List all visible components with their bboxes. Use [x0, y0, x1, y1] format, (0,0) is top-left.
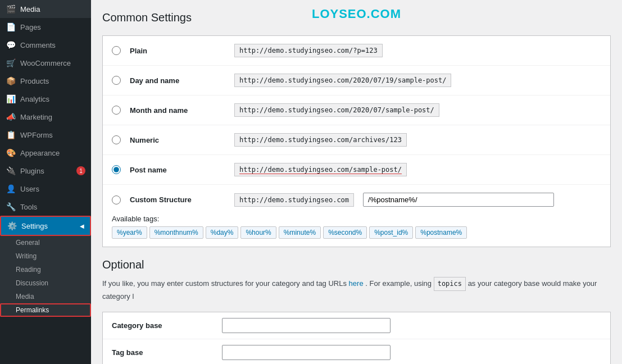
- sidebar-item-comments[interactable]: 💬 Comments: [0, 36, 91, 54]
- common-settings-title: Common Settings: [102, 11, 611, 24]
- tag-base-row: Tag base: [103, 339, 610, 364]
- submenu-permalinks[interactable]: Permalinks: [0, 303, 91, 317]
- tag-base-label: Tag base: [112, 348, 213, 357]
- content-area: LOYSEO.COM Common Settings Plain http://…: [91, 0, 622, 364]
- radio-month-name[interactable]: [112, 106, 121, 115]
- plugins-icon: 🔌: [6, 166, 16, 175]
- pages-icon: 📄: [6, 22, 16, 31]
- permalink-row-month-name: Month and name http://demo.studyingseo.c…: [103, 95, 610, 125]
- main-content: Common Settings Plain http://demo.studyi…: [91, 0, 622, 364]
- radio-custom[interactable]: [112, 195, 121, 204]
- woocommerce-icon: 🛒: [6, 58, 16, 67]
- url-post-name: http://demo.studyingseo.com/sample-post/: [234, 163, 407, 176]
- tag-hour[interactable]: %hour%: [240, 226, 276, 239]
- label-custom: Custom Structure: [130, 195, 225, 204]
- sidebar-item-users[interactable]: 👤 Users: [0, 180, 91, 198]
- url-plain: http://demo.studyingseo.com/?p=123: [234, 44, 383, 57]
- tag-post-id[interactable]: %post_id%: [369, 226, 413, 239]
- label-post-name: Post name: [130, 166, 225, 174]
- settings-icon: ⚙️: [7, 221, 17, 230]
- permalink-row-numeric: Numeric http://demo.studyingseo.com/arch…: [103, 125, 610, 155]
- label-plain: Plain: [130, 47, 225, 55]
- sidebar-item-media[interactable]: 🎬 Media: [0, 0, 91, 18]
- sidebar-item-plugins[interactable]: 🔌 Plugins 1: [0, 162, 91, 180]
- available-tags-section: Available tags: %year% %monthnum% %day% …: [103, 215, 610, 247]
- sidebar-item-analytics[interactable]: 📊 Analytics: [0, 90, 91, 108]
- settings-submenu: General Writing Reading Discussion Media…: [0, 236, 91, 317]
- topics-badge: topics: [434, 277, 466, 291]
- tag-postname[interactable]: %postname%: [415, 226, 467, 239]
- sidebar-item-wpforms[interactable]: 📋 WPForms: [0, 126, 91, 144]
- radio-day-name[interactable]: [112, 76, 121, 85]
- sidebar-item-appearance[interactable]: 🎨 Appearance: [0, 144, 91, 162]
- tag-base-input[interactable]: [222, 345, 391, 360]
- submenu-general[interactable]: General: [0, 236, 91, 249]
- radio-numeric[interactable]: [112, 135, 121, 144]
- sidebar-item-pages[interactable]: 📄 Pages: [0, 18, 91, 36]
- plugins-badge: 1: [76, 166, 85, 175]
- custom-url-input[interactable]: /%postname%/: [363, 193, 554, 207]
- tag-day[interactable]: %day%: [206, 226, 239, 239]
- media-icon: 🎬: [6, 4, 16, 13]
- submenu-writing[interactable]: Writing: [0, 249, 91, 263]
- appearance-icon: 🎨: [6, 148, 16, 157]
- tools-icon: 🔧: [6, 202, 16, 211]
- permalink-row-day-name: Day and name http://demo.studyingseo.com…: [103, 66, 610, 95]
- sidebar-item-settings[interactable]: ⚙️ Settings ◀: [0, 216, 91, 236]
- tag-monthnum[interactable]: %monthnum%: [149, 226, 203, 239]
- category-base-row: Category base: [103, 312, 610, 339]
- marketing-icon: 📣: [6, 112, 16, 121]
- settings-arrow: ◀: [80, 223, 84, 229]
- common-settings-box: Plain http://demo.studyingseo.com/?p=123…: [102, 35, 611, 247]
- label-month-name: Month and name: [130, 106, 225, 115]
- analytics-icon: 📊: [6, 94, 16, 103]
- tags-container: %year% %monthnum% %day% %hour% %minute% …: [112, 226, 601, 239]
- tag-minute[interactable]: %minute%: [279, 226, 321, 239]
- permalink-row-post-name: Post name http://demo.studyingseo.com/sa…: [103, 155, 610, 185]
- products-icon: 📦: [6, 76, 16, 85]
- label-day-name: Day and name: [130, 76, 225, 85]
- tag-year[interactable]: %year%: [112, 226, 147, 239]
- url-month-name: http://demo.studyingseo.com/2020/07/samp…: [234, 103, 439, 117]
- sidebar-item-woocommerce[interactable]: 🛒 WooCommerce: [0, 54, 91, 72]
- category-base-input[interactable]: [222, 318, 391, 333]
- tag-second[interactable]: %second%: [323, 226, 367, 239]
- sidebar-item-tools[interactable]: 🔧 Tools: [0, 198, 91, 216]
- custom-url-base: http://demo.studyingseo.com: [234, 193, 354, 207]
- permalink-row-plain: Plain http://demo.studyingseo.com/?p=123: [103, 36, 610, 66]
- url-numeric: http://demo.studyingseo.com/archives/123: [234, 133, 407, 147]
- category-base-label: Category base: [112, 321, 213, 330]
- submenu-reading[interactable]: Reading: [0, 263, 91, 276]
- optional-here-link[interactable]: here: [349, 279, 364, 288]
- optional-desc: If you like, you may enter custom struct…: [102, 277, 611, 303]
- radio-plain[interactable]: [112, 46, 121, 55]
- optional-title: Optional: [102, 258, 611, 271]
- comments-icon: 💬: [6, 40, 16, 49]
- optional-settings-box: Category base Tag base: [102, 312, 611, 364]
- url-day-name: http://demo.studyingseo.com/2020/07/19/s…: [234, 74, 451, 87]
- submenu-discussion[interactable]: Discussion: [0, 276, 91, 290]
- sidebar-item-marketing[interactable]: 📣 Marketing: [0, 108, 91, 126]
- users-icon: 👤: [6, 184, 16, 193]
- submenu-media[interactable]: Media: [0, 290, 91, 303]
- custom-structure-row: Custom Structure http://demo.studyingseo…: [103, 185, 610, 215]
- radio-post-name[interactable]: [112, 165, 121, 174]
- available-tags-label: Available tags:: [112, 215, 601, 223]
- sidebar-item-products[interactable]: 📦 Products: [0, 72, 91, 90]
- sidebar: 🎬 Media 📄 Pages 💬 Comments 🛒 WooCommerce…: [0, 0, 91, 364]
- label-numeric: Numeric: [130, 136, 225, 144]
- wpforms-icon: 📋: [6, 130, 16, 139]
